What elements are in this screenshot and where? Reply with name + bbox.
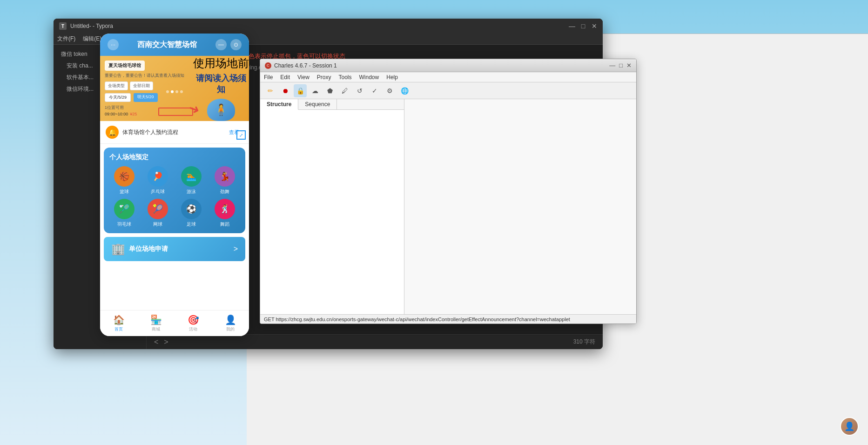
sports-grid: 🏀 篮球 🏓 乒乓球 🏊 游泳 💃 劲舞 🏸 羽毛球 [109, 166, 240, 228]
sport-icon-tennis: 🎾 [148, 199, 168, 219]
notice-text: 体育场馆个人预约流程 [122, 128, 178, 136]
charles-menu-edit[interactable]: Edit [280, 74, 290, 81]
typora-statusbar: < > 310 字符 [147, 334, 603, 349]
charles-menu-tools[interactable]: Tools [339, 74, 352, 81]
sport-item-swimming[interactable]: 🏊 游泳 [176, 166, 206, 195]
banner-date-filter[interactable]: 全部日期 [130, 81, 153, 90]
banner-filter-row: 全场类型 全部日期 [105, 81, 188, 90]
sport-item-football[interactable]: ⚽ 足球 [176, 199, 206, 228]
charles-maximize-button[interactable]: □ [619, 62, 623, 69]
apply-building-icon: 🏢 [111, 243, 125, 256]
typora-menu-file[interactable]: 文件(F) [57, 35, 75, 43]
toolbar-cloud-btn[interactable]: ☁ [309, 84, 322, 97]
charles-right-panel [404, 99, 636, 323]
charles-menu-window[interactable]: Window [359, 74, 379, 81]
phone-minimize-icon[interactable]: — [215, 39, 227, 50]
sport-label-football: 足球 [187, 221, 196, 228]
apply-arrow-icon: > [234, 245, 238, 253]
nav-activity-icon: 🎯 [188, 314, 199, 325]
avatar: 👤 [840, 417, 859, 436]
avatar-image: 👤 [841, 418, 858, 435]
phone-nav: 🏠 首页 🏪 商城 🎯 活动 👤 我的 [100, 310, 249, 336]
typora-close-button[interactable]: ✕ [592, 23, 597, 29]
toolbar-pen-btn[interactable]: ✏ [264, 84, 277, 97]
charles-body: Structure Sequence [260, 99, 636, 323]
charles-titlebar: C Charles 4.6.7 - Session 1 — □ ✕ [260, 59, 636, 72]
toolbar-settings-btn[interactable]: ⚙ [383, 84, 396, 97]
charles-window: C Charles 4.6.7 - Session 1 — □ ✕ File E… [260, 59, 637, 324]
dot-4 [180, 90, 183, 93]
sport-item-dance1[interactable]: 💃 劲舞 [210, 166, 240, 195]
phone-more-icon[interactable]: ··· [108, 39, 119, 50]
sport-label-tabletennis: 乒乓球 [151, 189, 165, 195]
toolbar-compose-btn[interactable]: 🖊 [338, 84, 351, 97]
charles-tab-sequence[interactable]: Sequence [298, 99, 337, 109]
charles-menubar: File Edit View Proxy Tools Window Help [260, 72, 636, 82]
typora-minimize-button[interactable]: — [569, 23, 575, 29]
nav-store-label: 商城 [152, 326, 160, 332]
phone-settings-icon[interactable]: ⊙ [230, 39, 242, 50]
charles-minimize-button[interactable]: — [609, 62, 615, 69]
charles-close-button[interactable]: ✕ [626, 62, 632, 69]
sport-label-dance1: 劲舞 [220, 189, 229, 195]
sport-label-badminton: 羽毛球 [117, 221, 131, 228]
nav-item-activity[interactable]: 🎯 活动 [175, 314, 212, 332]
charles-menu-proxy[interactable]: Proxy [317, 74, 331, 81]
nav-item-mine[interactable]: 👤 我的 [212, 314, 249, 332]
sport-item-tabletennis[interactable]: 🏓 乒乓球 [143, 166, 173, 195]
expand-icon-annotation[interactable]: ⤢ [236, 130, 246, 140]
banner-dots [166, 90, 183, 93]
typora-nav-right[interactable]: > [164, 338, 168, 346]
typora-nav-left[interactable]: < [154, 338, 158, 346]
sport-item-badminton[interactable]: 🏸 羽毛球 [109, 199, 139, 228]
toolbar-ssl-btn[interactable]: 🔒 [294, 84, 307, 97]
sport-icon-football: ⚽ [181, 199, 202, 219]
charles-statusbar: GET https://zhcg.swjtu.edu.cn/onesports-… [260, 314, 636, 324]
notice-icon: 🔔 [106, 126, 119, 139]
banner-big-text-1: 使用场地前 [193, 56, 249, 71]
banner-today-btn[interactable]: 今天/5/29 [105, 93, 131, 102]
banner-tomorrow-btn[interactable]: 明天5/20 [134, 93, 158, 102]
banner-day-btns: 今天/5/29 明天5/20 [105, 93, 188, 102]
dot-2 [171, 90, 174, 93]
sport-icon-basketball: 🏀 [114, 166, 135, 187]
charles-left-panel: Structure Sequence [260, 99, 404, 323]
nav-item-store[interactable]: 🏪 商城 [137, 314, 175, 332]
banner-big-text-2: 请阅读入场须知 [193, 73, 249, 95]
dot-3 [175, 90, 178, 93]
nav-home-label: 首页 [114, 326, 123, 332]
sport-item-basketball[interactable]: 🏀 篮球 [109, 166, 139, 195]
toolbar-check-btn[interactable]: ✓ [368, 84, 381, 97]
nav-mine-label: 我的 [226, 326, 235, 332]
nav-item-home[interactable]: 🏠 首页 [100, 314, 137, 332]
typora-menu-edit[interactable]: 编辑(E) [83, 35, 101, 43]
typora-window-controls: — □ ✕ [569, 23, 597, 29]
toolbar-refresh-btn[interactable]: ↺ [353, 84, 366, 97]
dot-1 [166, 90, 169, 93]
toolbar-record-btn[interactable]: ⏺ [279, 84, 292, 97]
charles-title-left: C Charles 4.6.7 - Session 1 [265, 62, 337, 69]
phone-header-right-icons: — ⊙ [215, 39, 242, 50]
phone-header-left-icons: ··· [108, 39, 119, 50]
sport-label-dance2: 舞蹈 [220, 221, 229, 228]
charles-tab-structure[interactable]: Structure [260, 99, 298, 110]
nav-store-icon: 🏪 [150, 314, 162, 325]
toolbar-globe-btn[interactable]: 🌐 [398, 84, 411, 97]
banner-figure: 使用场地前 请阅读入场须知 🧍 [193, 56, 249, 121]
typora-word-count: 310 字符 [573, 338, 595, 346]
sport-item-tennis[interactable]: 🎾 网球 [143, 199, 173, 228]
banner-time: 09:00~10:00 [105, 112, 128, 116]
charles-menu-help[interactable]: Help [386, 74, 398, 81]
sport-icon-dance2: 🕺 [215, 199, 235, 219]
banner-type-filter[interactable]: 全场类型 [105, 81, 128, 90]
venue-apply-section[interactable]: 🏢 单位场地申请 > [104, 237, 245, 261]
charles-tree-area [260, 110, 404, 323]
charles-menu-view[interactable]: View [297, 74, 310, 81]
nav-activity-label: 活动 [189, 326, 197, 332]
sport-icon-swimming: 🏊 [181, 166, 202, 187]
charles-menu-file[interactable]: File [264, 74, 273, 81]
typora-app-icon: T [59, 22, 67, 30]
typora-maximize-button[interactable]: □ [580, 23, 586, 29]
sport-item-dance2[interactable]: 🕺 舞蹈 [210, 199, 240, 228]
toolbar-shape-btn[interactable]: ⬟ [323, 84, 336, 97]
